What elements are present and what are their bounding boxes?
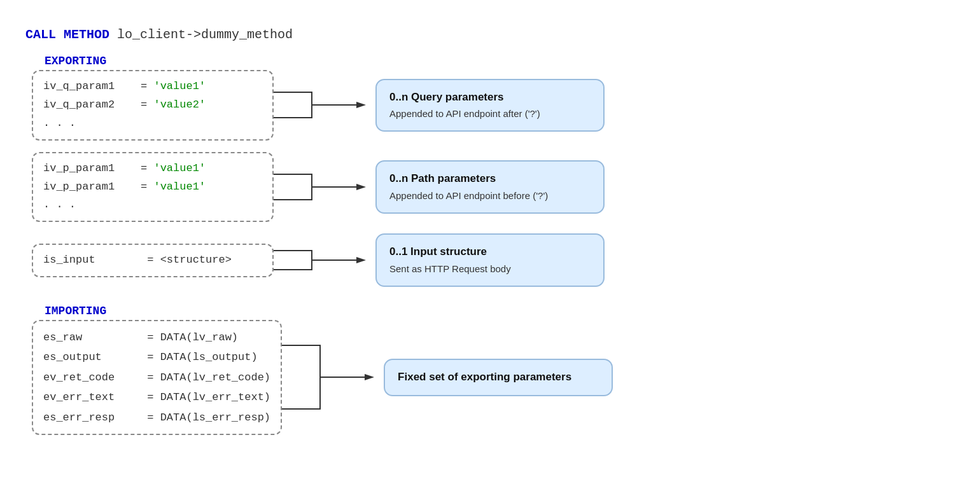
exporting-label: EXPORTING xyxy=(45,55,955,67)
query-connector xyxy=(274,80,375,130)
query-annotation-title: 0..n Query parameters xyxy=(389,89,591,106)
path-annotation-title: 0..n Path parameters xyxy=(389,170,591,187)
method-call: lo_client->dummy_method xyxy=(117,27,293,42)
method-keyword: METHOD xyxy=(64,27,109,42)
path-params-box: iv_p_param1 = 'value1' iv_p_param1 = 'va… xyxy=(32,152,274,223)
importing-connector xyxy=(282,339,384,415)
query-annotation-body: Appended to API endpoint after ('?') xyxy=(389,108,540,119)
importing-row: es_raw = DATA(lv_raw) es_output = DATA(l… xyxy=(32,320,955,435)
svg-marker-2 xyxy=(356,257,366,263)
svg-marker-0 xyxy=(356,102,366,108)
input-annotation-body: Sent as HTTP Request body xyxy=(389,263,511,274)
call-method-line: CALL METHOD lo_client->dummy_method xyxy=(25,25,955,45)
input-annotation-box: 0..1 Input structure Sent as HTTP Reques… xyxy=(375,233,605,287)
input-struct-row: is_input = <structure> 0..1 Input struct… xyxy=(32,233,955,287)
importing-label: IMPORTING xyxy=(45,305,955,317)
input-annotation-title: 0..1 Input structure xyxy=(389,244,591,260)
path-annotation-box: 0..n Path parameters Appended to API end… xyxy=(375,160,605,214)
query-params-box: iv_q_param1 = 'value1' iv_q_param2 = 'va… xyxy=(32,70,274,141)
input-struct-box: is_input = <structure> xyxy=(32,244,274,277)
importing-box: es_raw = DATA(lv_raw) es_output = DATA(l… xyxy=(32,320,282,435)
query-annotation-box: 0..n Query parameters Appended to API en… xyxy=(375,79,605,132)
path-connector xyxy=(274,162,375,212)
call-keyword: CALL xyxy=(25,27,56,42)
query-params-row: iv_q_param1 = 'value1' iv_q_param2 = 'va… xyxy=(32,70,955,141)
importing-annotation-title: Fixed set of exporting parameters xyxy=(398,369,599,385)
svg-marker-1 xyxy=(356,184,366,190)
importing-annotation-box: Fixed set of exporting parameters xyxy=(384,359,613,397)
path-annotation-body: Appended to API endpoint before ('?') xyxy=(389,190,548,201)
svg-marker-3 xyxy=(365,374,374,380)
path-params-row: iv_p_param1 = 'value1' iv_p_param1 = 'va… xyxy=(32,152,955,223)
input-connector xyxy=(274,244,375,276)
